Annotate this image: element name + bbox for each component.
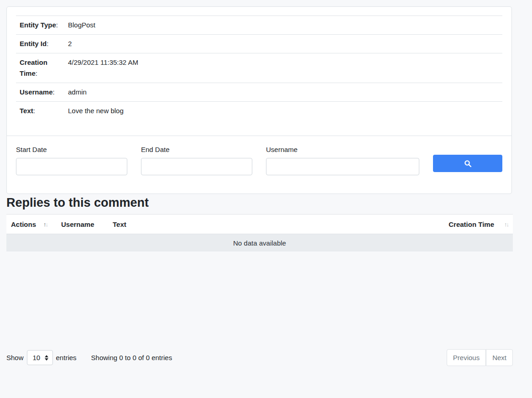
detail-label: Entity Type <box>20 21 56 29</box>
show-label: Show <box>6 353 24 362</box>
select-arrows-icon <box>45 355 48 361</box>
pagination-buttons: Previous Next <box>447 349 513 366</box>
entries-label: entries <box>56 353 77 362</box>
end-date-label: End Date <box>141 145 252 154</box>
detail-label-colon: : <box>56 21 58 29</box>
detail-value-entity-type: BlogPost <box>58 16 502 35</box>
sort-icon: ↑↓ <box>43 221 48 227</box>
detail-label-colon: : <box>47 40 48 47</box>
column-header-actions[interactable]: Actions ↑↓ <box>6 220 61 228</box>
end-date-field-group: End Date <box>141 145 252 175</box>
replies-table: Actions ↑↓ Username Text Creation Time ↑… <box>6 214 513 251</box>
start-date-input[interactable] <box>16 158 127 175</box>
page-size-value: 10 <box>33 354 41 361</box>
empty-table-message: No data available <box>6 234 513 251</box>
column-header-username[interactable]: Username <box>61 220 113 228</box>
pagination-bar: Show 10 entries Showing 0 to 0 of 0 entr… <box>6 349 513 366</box>
detail-value-text: Love the new blog <box>58 102 502 120</box>
page-size-select[interactable]: 10 <box>27 350 53 365</box>
search-button[interactable] <box>433 155 502 172</box>
comment-detail-table: Entity Type: BlogPost Entity Id: 2 Creat… <box>16 16 502 120</box>
detail-label: Username <box>20 88 53 96</box>
start-date-label: Start Date <box>16 145 127 154</box>
end-date-input[interactable] <box>141 158 252 175</box>
entries-info: Showing 0 to 0 of 0 entries <box>91 354 172 361</box>
sort-down-icon: ↓ <box>46 221 49 227</box>
detail-value-entity-id: 2 <box>58 35 502 53</box>
detail-label-colon: : <box>33 107 35 115</box>
detail-value-username: admin <box>58 83 502 102</box>
column-label: Creation Time <box>449 220 494 228</box>
detail-label-colon: : <box>53 88 55 96</box>
column-header-text[interactable]: Text <box>113 220 408 228</box>
start-date-field-group: Start Date <box>16 145 127 175</box>
sort-icon: ↑↓ <box>504 221 509 227</box>
detail-row-entity-id: Entity Id: 2 <box>16 35 502 53</box>
detail-label: Creation Time <box>20 58 47 77</box>
detail-row-text: Text: Love the new blog <box>16 102 502 120</box>
column-label: Text <box>113 220 126 228</box>
detail-row-entity-type: Entity Type: BlogPost <box>16 16 502 35</box>
replies-heading: Replies to this comment <box>6 195 513 210</box>
detail-label: Entity Id <box>20 40 47 47</box>
detail-label: Text <box>20 107 33 115</box>
column-label: Actions <box>11 220 36 228</box>
column-header-creation-time[interactable]: Creation Time ↑↓ <box>408 220 513 228</box>
detail-label-colon: : <box>36 69 37 77</box>
comment-detail-section: Entity Type: BlogPost Entity Id: 2 Creat… <box>7 7 511 136</box>
username-input[interactable] <box>266 158 419 175</box>
filter-bar: Start Date End Date Username <box>7 136 511 194</box>
previous-page-button[interactable]: Previous <box>447 349 486 366</box>
detail-row-username: Username: admin <box>16 83 502 102</box>
column-label: Username <box>61 220 94 228</box>
search-button-wrap <box>433 145 502 175</box>
sort-down-icon: ↓ <box>506 221 510 227</box>
comment-details-page: Entity Type: BlogPost Entity Id: 2 Creat… <box>6 6 513 366</box>
search-icon <box>464 160 472 168</box>
next-page-button[interactable]: Next <box>486 349 513 366</box>
detail-row-creation-time: Creation Time: 4/29/2021 11:35:32 AM <box>16 53 502 83</box>
username-label: Username <box>266 145 419 154</box>
username-field-group: Username <box>266 145 419 175</box>
detail-value-creation-time: 4/29/2021 11:35:32 AM <box>58 53 502 83</box>
comment-detail-card: Entity Type: BlogPost Entity Id: 2 Creat… <box>6 6 512 194</box>
replies-table-header: Actions ↑↓ Username Text Creation Time ↑… <box>6 214 513 234</box>
